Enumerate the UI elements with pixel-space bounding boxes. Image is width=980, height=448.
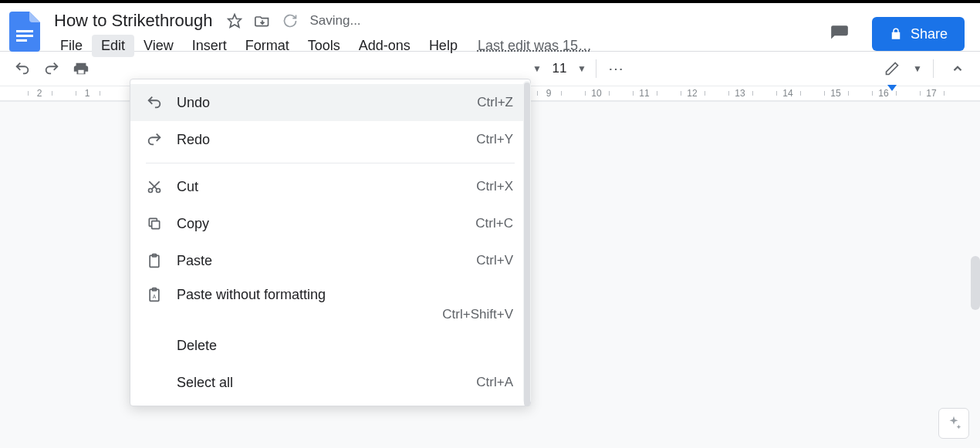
editing-mode-caret[interactable]: ▼ bbox=[913, 63, 922, 74]
menu-item-shortcut: Ctrl+A bbox=[476, 375, 513, 390]
lock-icon bbox=[889, 27, 903, 41]
menu-format[interactable]: Format bbox=[236, 35, 299, 57]
ruler-mark: 9 bbox=[525, 88, 573, 99]
menu-edit[interactable]: Edit bbox=[92, 35, 134, 57]
svg-rect-6 bbox=[152, 221, 160, 229]
menubar: File Edit View Insert Format Tools Add-o… bbox=[51, 34, 829, 57]
menu-file[interactable]: File bbox=[51, 35, 92, 57]
paste-icon bbox=[144, 251, 164, 271]
redo-button[interactable] bbox=[39, 56, 65, 82]
font-dropdown-caret[interactable]: ▼ bbox=[532, 63, 542, 74]
svg-marker-3 bbox=[228, 15, 242, 28]
undo-button[interactable] bbox=[9, 56, 35, 82]
menu-item-shortcut: Ctrl+V bbox=[476, 253, 513, 268]
menu-item-copy[interactable]: Copy Ctrl+C bbox=[130, 205, 530, 242]
menu-separator bbox=[146, 163, 515, 163]
svg-rect-2 bbox=[16, 39, 27, 42]
cut-icon bbox=[144, 177, 164, 197]
menu-item-shortcut: Ctrl+Y bbox=[476, 132, 513, 147]
menu-item-select-all[interactable]: Select all Ctrl+A bbox=[130, 364, 530, 401]
blank-icon bbox=[144, 335, 164, 355]
cloud-sync-icon bbox=[282, 12, 299, 29]
svg-point-4 bbox=[149, 189, 153, 193]
font-size-value: 11 bbox=[548, 61, 571, 76]
title-block: How to Strikethrough Saving... File Edit… bbox=[51, 9, 829, 57]
menu-item-undo[interactable]: Undo Ctrl+Z bbox=[130, 84, 530, 121]
menu-item-label: Copy bbox=[177, 216, 475, 232]
undo-icon bbox=[144, 93, 164, 113]
share-button[interactable]: Share bbox=[872, 17, 965, 51]
star-icon[interactable] bbox=[226, 12, 243, 29]
menu-view[interactable]: View bbox=[134, 35, 183, 57]
menu-addons[interactable]: Add-ons bbox=[350, 35, 420, 57]
menu-item-label: Undo bbox=[177, 95, 477, 111]
svg-text:A: A bbox=[153, 294, 157, 299]
ruler-mark: 16 bbox=[860, 88, 907, 99]
menu-item-shortcut: Ctrl+X bbox=[476, 179, 513, 194]
menu-item-shortcut: Ctrl+C bbox=[475, 216, 513, 231]
print-button[interactable] bbox=[68, 56, 94, 82]
last-edit-link[interactable]: Last edit was 15… bbox=[478, 38, 592, 54]
dropdown-scrollbar[interactable] bbox=[523, 81, 531, 404]
editing-mode-button[interactable] bbox=[879, 56, 905, 82]
ruler-mark: 17 bbox=[907, 88, 955, 99]
menu-help[interactable]: Help bbox=[420, 35, 467, 57]
menu-tools[interactable]: Tools bbox=[299, 35, 350, 57]
ruler-mark: 2 bbox=[15, 88, 63, 99]
ruler-mark: 12 bbox=[668, 88, 716, 99]
menu-item-label: Paste bbox=[177, 253, 476, 269]
svg-point-5 bbox=[157, 189, 161, 193]
copy-icon bbox=[144, 214, 164, 234]
menu-insert[interactable]: Insert bbox=[183, 35, 236, 57]
menu-item-label: Redo bbox=[177, 132, 476, 148]
header-right: Share bbox=[829, 17, 972, 51]
font-size-caret[interactable]: ▼ bbox=[577, 63, 586, 74]
docs-logo[interactable] bbox=[8, 9, 42, 54]
dropdown-scrollbar-thumb[interactable] bbox=[524, 83, 530, 406]
more-tools-button[interactable]: ⋯ bbox=[603, 56, 629, 82]
menu-item-label: Cut bbox=[177, 179, 476, 195]
ruler-mark: 11 bbox=[620, 88, 668, 99]
menu-item-label: Select all bbox=[177, 375, 476, 391]
menu-item-shortcut: Ctrl+Z bbox=[477, 95, 513, 110]
saving-status: Saving... bbox=[309, 13, 360, 29]
document-title[interactable]: How to Strikethrough bbox=[51, 11, 215, 31]
menu-item-shortcut-below: Ctrl+Shift+V bbox=[130, 307, 530, 327]
move-icon[interactable] bbox=[254, 12, 271, 29]
edit-menu-dropdown: Undo Ctrl+Z Redo Ctrl+Y Cut Ctrl+X Copy … bbox=[130, 79, 531, 406]
menu-item-cut[interactable]: Cut Ctrl+X bbox=[130, 168, 530, 205]
menu-item-paste-without-formatting[interactable]: A Paste without formatting bbox=[130, 279, 530, 310]
menu-item-label: Delete bbox=[177, 338, 513, 354]
docs-icon bbox=[9, 12, 40, 52]
svg-rect-0 bbox=[16, 30, 33, 32]
menu-item-redo[interactable]: Redo Ctrl+Y bbox=[130, 121, 530, 158]
share-label: Share bbox=[911, 26, 948, 42]
vertical-scrollbar-thumb[interactable] bbox=[971, 256, 980, 310]
menu-item-label: Paste without formatting bbox=[177, 287, 513, 303]
font-size-control[interactable]: 11 ▼ bbox=[545, 61, 590, 76]
menu-item-paste[interactable]: Paste Ctrl+V bbox=[130, 242, 530, 279]
ruler-mark: 14 bbox=[764, 88, 812, 99]
comments-icon[interactable] bbox=[829, 23, 850, 45]
blank-icon bbox=[144, 372, 164, 392]
svg-rect-1 bbox=[16, 35, 33, 37]
redo-icon bbox=[144, 130, 164, 150]
header: How to Strikethrough Saving... File Edit… bbox=[0, 3, 980, 51]
collapse-toolbar-button[interactable] bbox=[945, 56, 971, 82]
menu-item-delete[interactable]: Delete bbox=[130, 327, 530, 364]
ruler-mark: 13 bbox=[716, 88, 764, 99]
paste-plain-icon: A bbox=[144, 285, 164, 305]
ruler-indent-marker[interactable] bbox=[887, 85, 897, 91]
explore-button[interactable] bbox=[938, 408, 969, 439]
ruler-mark: 1 bbox=[63, 88, 111, 99]
ruler-mark: 10 bbox=[573, 88, 620, 99]
ruler-mark: 15 bbox=[812, 88, 860, 99]
